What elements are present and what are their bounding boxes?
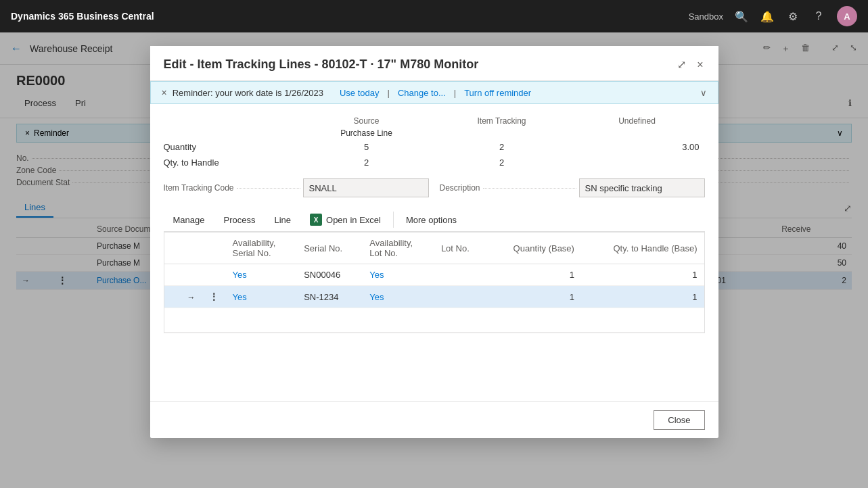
row2-context-dots-cell[interactable]: ⋮ xyxy=(202,286,226,308)
process-toolbar-button[interactable]: Process xyxy=(214,210,265,230)
close-button[interactable]: Close xyxy=(654,410,704,430)
modal-expand-button[interactable]: ⤢ xyxy=(676,57,687,72)
modal-fields-row: Item Tracking Code Description xyxy=(164,178,705,197)
row1-lot-no xyxy=(434,264,487,286)
modal-header-icons: ⤢ × xyxy=(676,57,704,72)
row2-qty-handle: 1 xyxy=(581,286,704,308)
line-button[interactable]: Line xyxy=(265,210,300,230)
tracking-empty-row xyxy=(164,308,704,333)
excel-label: Open in Excel xyxy=(326,215,381,225)
manage-button[interactable]: Manage xyxy=(164,210,214,230)
row2-select xyxy=(164,286,181,308)
tracking-row-1[interactable]: Yes SN00046 Yes 1 1 xyxy=(164,264,704,286)
reminder-pipe1: | xyxy=(388,88,390,98)
description-dots xyxy=(483,188,576,189)
summary-section: Source Item Tracking Undefined Purchase … xyxy=(164,115,705,170)
summary-source-label-cell xyxy=(164,127,299,139)
description-input[interactable] xyxy=(579,178,705,197)
summary-header-tracking: Item Tracking xyxy=(434,115,570,127)
turn-off-link[interactable]: Turn off reminder xyxy=(464,88,531,98)
summary-source-tracking-cell xyxy=(434,127,570,139)
modal-close-button[interactable]: × xyxy=(695,57,704,72)
empty-select xyxy=(164,308,181,333)
summary-qty-undefined: 3.00 xyxy=(570,139,705,155)
summary-qtyhandle-tracking: 2 xyxy=(434,155,570,170)
row1-arrow xyxy=(181,264,202,286)
summary-headers-row: Source Item Tracking Undefined xyxy=(164,115,705,127)
toolbar-divider xyxy=(393,212,394,228)
search-icon[interactable]: 🔍 xyxy=(734,9,749,24)
summary-qty-label: Quantity xyxy=(164,139,299,155)
col-avail-lot-header: Availability,Lot No. xyxy=(363,233,434,264)
row1-avail-lot[interactable]: Yes xyxy=(363,264,434,286)
col-avail-serial-header: Availability,Serial No. xyxy=(226,233,298,264)
summary-header-empty xyxy=(164,115,299,127)
tracking-table-body: Yes SN00046 Yes 1 1 → ⋮ xyxy=(164,264,704,333)
top-nav-right: Sandbox 🔍 🔔 ⚙ ? A xyxy=(689,6,857,26)
description-label: Description xyxy=(440,183,480,193)
modal-reminder-bar: × Reminder: your work date is 1/26/2023 … xyxy=(150,81,718,104)
empty-lot-no xyxy=(434,308,487,333)
summary-qty-source: 5 xyxy=(299,139,434,155)
col-qty-base-header: Quantity (Base) xyxy=(487,233,581,264)
top-nav-left: Dynamics 365 Business Central xyxy=(11,11,154,22)
summary-qty-tracking: 2 xyxy=(434,139,570,155)
reminder-chevron[interactable]: ∨ xyxy=(700,88,707,98)
row2-avail-serial[interactable]: Yes xyxy=(226,286,298,308)
summary-qtyhandle-label: Qty. to Handle xyxy=(164,155,299,170)
summary-source-undefined-cell xyxy=(570,127,705,139)
summary-qtyhandle-source: 2 xyxy=(299,155,434,170)
col-lot-no-header: Lot No. xyxy=(434,233,487,264)
modal-footer: Close xyxy=(150,401,718,438)
summary-qty-row: Quantity 5 2 3.00 xyxy=(164,139,705,155)
use-today-link[interactable]: Use today xyxy=(340,88,380,98)
reminder-bar-text: Reminder: your work date is 1/26/2023 xyxy=(173,88,323,98)
row1-context xyxy=(202,264,226,286)
empty-serial-no xyxy=(297,308,363,333)
empty-avail-serial xyxy=(226,308,298,333)
change-to-link[interactable]: Change to... xyxy=(398,88,446,98)
settings-icon[interactable]: ⚙ xyxy=(785,9,800,24)
row1-select xyxy=(164,264,181,286)
summary-source-sublabel: Purchase Line xyxy=(299,127,434,139)
summary-header-source: Source xyxy=(299,115,434,127)
user-avatar[interactable]: A xyxy=(837,6,857,26)
excel-icon: X xyxy=(310,214,322,226)
row2-serial-no: SN-1234 xyxy=(297,286,363,308)
row1-avail-serial[interactable]: Yes xyxy=(226,264,298,286)
modal-toolbar: Manage Process Line X Open in Excel More… xyxy=(164,208,705,233)
more-options-button[interactable]: More options xyxy=(396,210,466,230)
row2-context-menu[interactable]: ⋮ xyxy=(209,291,219,302)
modal-body: Source Item Tracking Undefined Purchase … xyxy=(150,104,718,401)
col-select-header xyxy=(164,233,181,264)
tracking-table: Availability,Serial No. Serial No. Avail… xyxy=(164,233,704,333)
col-arrow-header xyxy=(181,233,202,264)
empty-qty-base xyxy=(487,308,581,333)
summary-qtyhandle-row: Qty. to Handle 2 2 xyxy=(164,155,705,170)
notification-icon[interactable]: 🔔 xyxy=(760,9,775,24)
summary-qtyhandle-undefined xyxy=(570,160,705,166)
row1-qty-base: 1 xyxy=(487,264,581,286)
tracking-row-2[interactable]: → ⋮ Yes SN-1234 Yes 1 1 xyxy=(164,286,704,308)
reminder-pipe2: | xyxy=(454,88,456,98)
empty-qty-handle xyxy=(581,308,704,333)
description-field: Description xyxy=(440,178,705,197)
row1-serial-no: SN00046 xyxy=(297,264,363,286)
reminder-bar-close[interactable]: × xyxy=(162,87,167,98)
tracking-table-head: Availability,Serial No. Serial No. Avail… xyxy=(164,233,704,264)
page-background: ← Warehouse Receipt ✏ ＋ 🗑 ⤢ ⤡ RE0000 Pro… xyxy=(0,32,868,488)
empty-avail-lot xyxy=(363,308,434,333)
open-in-excel-button[interactable]: X Open in Excel xyxy=(300,208,390,231)
summary-source-row: Purchase Line xyxy=(164,127,705,139)
tracking-code-field: Item Tracking Code xyxy=(164,178,429,197)
help-icon[interactable]: ? xyxy=(811,9,826,24)
modal-title: Edit - Item Tracking Lines - 80102-T · 1… xyxy=(164,57,479,72)
tracking-code-input[interactable] xyxy=(303,178,429,197)
row2-qty-base: 1 xyxy=(487,286,581,308)
top-nav: Dynamics 365 Business Central Sandbox 🔍 … xyxy=(0,0,868,32)
modal-header: Edit - Item Tracking Lines - 80102-T · 1… xyxy=(150,46,718,81)
row2-avail-lot[interactable]: Yes xyxy=(363,286,434,308)
environment-label: Sandbox xyxy=(689,11,723,22)
row-arrow-indicator: → xyxy=(187,293,196,302)
col-serial-no-header: Serial No. xyxy=(297,233,363,264)
